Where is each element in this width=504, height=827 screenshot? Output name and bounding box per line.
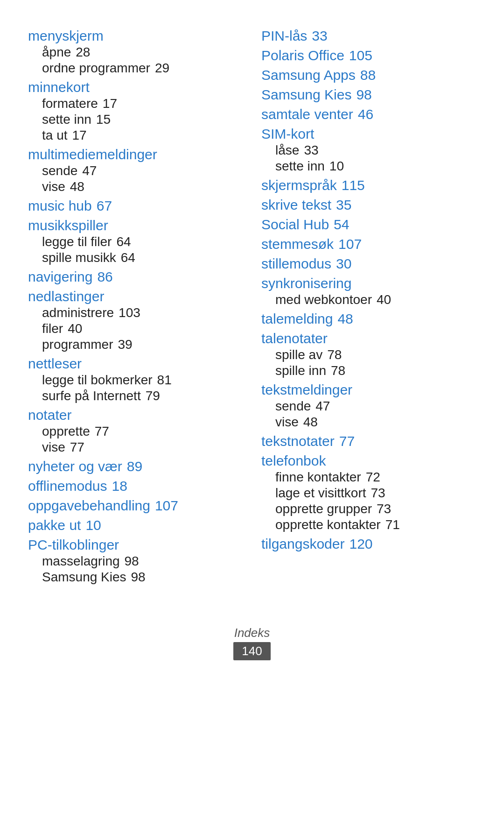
index-entry: tekstmeldingersende47vise48 xyxy=(261,382,476,430)
footer-page-number: 140 xyxy=(233,642,270,660)
sub-label: med webkontoer xyxy=(275,292,372,307)
sub-entries: med webkontoer40 xyxy=(261,292,476,307)
sub-label: spille av xyxy=(275,347,322,362)
sub-entry: opprette77 xyxy=(42,424,243,439)
entry-heading-num: 89 xyxy=(127,459,142,474)
sub-entry: legge til filer64 xyxy=(42,234,243,249)
sub-label: opprette kontakter xyxy=(275,517,381,532)
entry-heading: tekstnotater xyxy=(261,433,335,449)
sub-label: sende xyxy=(42,163,77,178)
sub-num: 29 xyxy=(155,61,169,76)
entry-heading: stemmesøk xyxy=(261,236,334,252)
sub-entry: filer40 xyxy=(42,321,243,336)
sub-entries: legge til bokmerker81surfe på Internett7… xyxy=(28,373,243,403)
index-entry: talenotaterspille av78spille inn78 xyxy=(261,331,476,378)
sub-label: finne kontakter xyxy=(275,470,361,485)
index-entry: music hub67 xyxy=(28,198,243,214)
entry-heading: Samsung Kies xyxy=(261,87,351,103)
entry-heading-num: 105 xyxy=(349,48,372,64)
sub-num: 79 xyxy=(146,389,160,403)
index-entry: offlinemodus18 xyxy=(28,478,243,494)
entry-heading: oppgavebehandling xyxy=(28,498,150,514)
index-entry: navigering86 xyxy=(28,269,243,285)
index-entry: Polaris Office105 xyxy=(261,48,476,64)
entry-heading: offlinemodus xyxy=(28,478,107,494)
sub-label: vise xyxy=(42,179,65,194)
sub-label: vise xyxy=(275,415,299,430)
sub-entry: finne kontakter72 xyxy=(275,470,476,485)
index-entry: Samsung Apps88 xyxy=(261,67,476,83)
index-entry: Social Hub54 xyxy=(261,217,476,233)
sub-label: opprette xyxy=(42,424,90,439)
sub-num: 28 xyxy=(76,45,90,60)
sub-num: 33 xyxy=(304,143,318,158)
index-entry: minnekortformatere17sette inn15ta ut17 xyxy=(28,79,243,143)
entry-heading: stillemodus xyxy=(261,256,331,272)
left-column: menyskjermåpne28ordne programmer29minnek… xyxy=(28,28,257,588)
sub-entries: opprette77vise77 xyxy=(28,424,243,455)
sub-entry: ta ut17 xyxy=(42,128,243,143)
entry-heading-num: 18 xyxy=(112,478,127,494)
entry-heading: tekstmeldinger xyxy=(261,382,352,398)
sub-label: vise xyxy=(42,440,65,455)
entry-heading-num: 10 xyxy=(85,517,101,533)
sub-num: 17 xyxy=(103,96,117,111)
sub-num: 10 xyxy=(329,159,344,174)
entry-heading: Polaris Office xyxy=(261,48,344,64)
footer-label: Indeks xyxy=(28,626,476,640)
sub-label: legge til filer xyxy=(42,234,112,249)
sub-num: 47 xyxy=(82,163,97,178)
index-entry: multimediemeldingersende47vise48 xyxy=(28,147,243,194)
right-column: PIN-lås33Polaris Office105Samsung Apps88… xyxy=(257,28,476,588)
sub-num: 73 xyxy=(371,486,385,501)
index-entry: SIM-kortlåse33sette inn10 xyxy=(261,126,476,174)
sub-entries: administrere103filer40programmer39 xyxy=(28,305,243,352)
sub-label: ta ut xyxy=(42,128,67,143)
index-entry: nedlastingeradministrere103filer40progra… xyxy=(28,289,243,352)
index-entry: musikkspillerlegge til filer64spille mus… xyxy=(28,218,243,265)
sub-num: 64 xyxy=(121,250,135,265)
sub-num: 77 xyxy=(70,440,84,455)
sub-label: Samsung Kies xyxy=(42,570,126,585)
sub-label: surfe på Internett xyxy=(42,389,141,403)
sub-entries: masselagring98Samsung Kies98 xyxy=(28,554,243,585)
sub-entries: åpne28ordne programmer29 xyxy=(28,45,243,76)
sub-num: 72 xyxy=(366,470,380,485)
sub-label: låse xyxy=(275,143,299,158)
sub-entry: vise77 xyxy=(42,440,243,455)
sub-entries: sende47vise48 xyxy=(261,399,476,430)
entry-heading: skjermspråk xyxy=(261,177,337,193)
entry-heading-num: 33 xyxy=(312,28,327,44)
sub-entry: masselagring98 xyxy=(42,554,243,569)
sub-label: opprette grupper xyxy=(275,502,372,516)
sub-num: 77 xyxy=(95,424,109,439)
sub-entry: opprette grupper73 xyxy=(275,502,476,516)
index-entry: skrive tekst35 xyxy=(261,197,476,213)
entry-heading-num: 88 xyxy=(360,67,376,83)
entry-heading-num: 107 xyxy=(155,498,178,514)
sub-entry: vise48 xyxy=(42,179,243,194)
sub-label: spille musikk xyxy=(42,250,116,265)
sub-entry: med webkontoer40 xyxy=(275,292,476,307)
entry-heading: SIM-kort xyxy=(261,126,314,142)
sub-label: sette inn xyxy=(42,112,91,127)
sub-entries: låse33sette inn10 xyxy=(261,143,476,174)
entry-heading: synkronisering xyxy=(261,276,351,291)
entry-heading: navigering xyxy=(28,269,92,285)
sub-entries: finne kontakter72lage et visittkort73opp… xyxy=(261,470,476,532)
sub-entry: lage et visittkort73 xyxy=(275,486,476,501)
index-entry: PIN-lås33 xyxy=(261,28,476,44)
entry-heading-num: 98 xyxy=(356,87,371,103)
sub-entry: sette inn10 xyxy=(275,159,476,174)
entry-heading: nettleser xyxy=(28,356,82,372)
sub-num: 15 xyxy=(96,112,111,127)
sub-entry: Samsung Kies98 xyxy=(42,570,243,585)
sub-entry: surfe på Internett79 xyxy=(42,389,243,403)
sub-entry: legge til bokmerker81 xyxy=(42,373,243,388)
sub-label: legge til bokmerker xyxy=(42,373,153,388)
entry-heading: nedlastinger xyxy=(28,289,104,304)
index-entry: oppgavebehandling107 xyxy=(28,498,243,514)
index-entry: stillemodus30 xyxy=(261,256,476,272)
sub-label: ordne programmer xyxy=(42,61,150,76)
entry-heading-num: 48 xyxy=(337,311,353,327)
